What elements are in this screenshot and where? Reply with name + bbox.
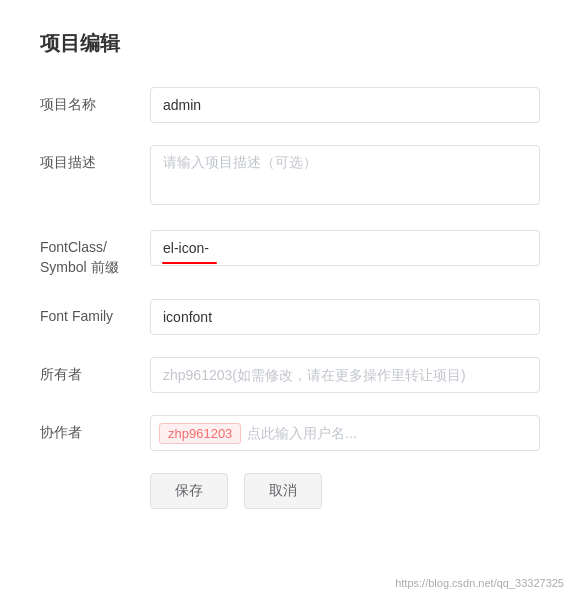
collab-input-area[interactable]: zhp961203: [150, 415, 540, 451]
owner-input[interactable]: [150, 357, 540, 393]
desc-input[interactable]: [150, 145, 540, 205]
font-family-row: Font Family: [40, 299, 540, 335]
prefix-input[interactable]: [150, 230, 540, 266]
save-button[interactable]: 保存: [150, 473, 228, 509]
collab-row: 协作者 zhp961203: [40, 415, 540, 451]
desc-label: 项目描述: [40, 145, 150, 173]
collab-field-wrapper: zhp961203: [150, 415, 540, 451]
prefix-field-wrapper: [150, 230, 540, 266]
prefix-row: FontClass/Symbol 前缀: [40, 230, 540, 277]
footer-url: https://blog.csdn.net/qq_33327325: [395, 577, 564, 589]
owner-label: 所有者: [40, 357, 150, 385]
collab-tag: zhp961203: [159, 423, 241, 444]
name-label: 项目名称: [40, 87, 150, 115]
button-row: 保存 取消: [40, 473, 540, 509]
collab-label: 协作者: [40, 415, 150, 443]
desc-field-wrapper: [150, 145, 540, 208]
font-family-label: Font Family: [40, 299, 150, 327]
underline-annotation: [162, 262, 217, 264]
name-row: 项目名称: [40, 87, 540, 123]
owner-field-wrapper: [150, 357, 540, 393]
owner-row: 所有者: [40, 357, 540, 393]
cancel-button[interactable]: 取消: [244, 473, 322, 509]
desc-row: 项目描述: [40, 145, 540, 208]
prefix-input-wrapper: [150, 230, 540, 266]
collab-username-input[interactable]: [247, 425, 531, 441]
font-family-input[interactable]: [150, 299, 540, 335]
name-input[interactable]: [150, 87, 540, 123]
name-field-wrapper: [150, 87, 540, 123]
prefix-label: FontClass/Symbol 前缀: [40, 230, 150, 277]
font-family-field-wrapper: [150, 299, 540, 335]
page-title: 项目编辑: [40, 30, 540, 57]
